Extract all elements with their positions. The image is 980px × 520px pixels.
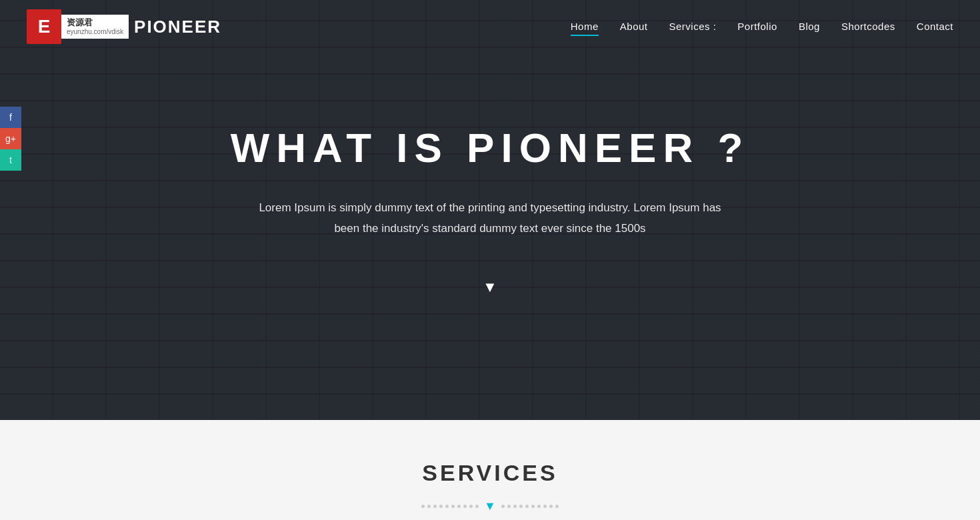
dot-14 bbox=[519, 505, 523, 508]
nav-link-about[interactable]: About bbox=[620, 21, 648, 32]
nav-links: Home About Services : Portfolio Blog Sho… bbox=[571, 21, 953, 33]
dot-13 bbox=[513, 505, 517, 508]
dot-7 bbox=[457, 505, 461, 508]
dot-18 bbox=[543, 505, 547, 508]
nav-item-contact[interactable]: Contact bbox=[917, 21, 953, 33]
dot-12 bbox=[507, 505, 511, 508]
nav-item-blog[interactable]: Blog bbox=[799, 21, 820, 33]
dot-4 bbox=[439, 505, 443, 508]
logo-chinese: 资源君 bbox=[67, 17, 123, 28]
dot-8 bbox=[463, 505, 467, 508]
dot-19 bbox=[549, 505, 553, 508]
hero-content: WHAT IS PIONEER ? Lorem Ipsum is simply … bbox=[204, 124, 777, 296]
services-divider: ▼ bbox=[27, 499, 953, 513]
nav-link-home[interactable]: Home bbox=[571, 21, 599, 36]
dot-10 bbox=[475, 505, 479, 508]
facebook-button[interactable]: f bbox=[0, 107, 21, 128]
dot-20 bbox=[555, 505, 559, 508]
divider-dots-left bbox=[421, 505, 479, 508]
hero-subtitle: Lorem Ipsum is simply dummy text of the … bbox=[257, 198, 723, 239]
nav-item-portfolio[interactable]: Portfolio bbox=[737, 21, 777, 33]
navbar: E 资源君 eyunzhu.com/vdisk PIONEER Home Abo… bbox=[0, 0, 980, 53]
google-plus-button[interactable]: g+ bbox=[0, 128, 21, 149]
social-sidebar: f g+ t bbox=[0, 107, 21, 171]
services-section: SERVICES ▼ bbox=[0, 420, 980, 520]
divider-dots-right bbox=[501, 505, 559, 508]
twitter-button[interactable]: t bbox=[0, 149, 21, 171]
nav-item-about[interactable]: About bbox=[620, 21, 648, 33]
dot-2 bbox=[427, 505, 431, 508]
dot-1 bbox=[421, 505, 425, 508]
hero-title: WHAT IS PIONEER ? bbox=[231, 124, 750, 171]
dot-6 bbox=[451, 505, 455, 508]
dot-5 bbox=[445, 505, 449, 508]
nav-link-portfolio[interactable]: Portfolio bbox=[737, 21, 777, 32]
nav-item-shortcodes[interactable]: Shortcodes bbox=[841, 21, 895, 33]
nav-item-services[interactable]: Services : bbox=[669, 21, 716, 33]
hero-section: WHAT IS PIONEER ? Lorem Ipsum is simply … bbox=[0, 0, 980, 420]
nav-link-contact[interactable]: Contact bbox=[917, 21, 953, 32]
logo-name: PIONEER bbox=[134, 17, 221, 37]
logo-badge: E bbox=[27, 9, 61, 44]
nav-link-services[interactable]: Services : bbox=[669, 21, 716, 32]
services-title: SERVICES bbox=[27, 460, 953, 486]
hero-scroll-arrow[interactable]: ▼ bbox=[483, 279, 497, 296]
logo-url: eyunzhu.com/vdisk bbox=[67, 28, 123, 36]
nav-link-shortcodes[interactable]: Shortcodes bbox=[841, 21, 895, 32]
dot-11 bbox=[501, 505, 505, 508]
dot-15 bbox=[525, 505, 529, 508]
dot-3 bbox=[433, 505, 437, 508]
dot-17 bbox=[537, 505, 541, 508]
dot-9 bbox=[469, 505, 473, 508]
services-divider-arrow: ▼ bbox=[484, 499, 496, 513]
dot-16 bbox=[531, 505, 535, 508]
nav-link-blog[interactable]: Blog bbox=[799, 21, 820, 32]
nav-item-home[interactable]: Home bbox=[571, 21, 599, 33]
logo-text-block: 资源君 eyunzhu.com/vdisk bbox=[61, 15, 129, 39]
logo-area[interactable]: E 资源君 eyunzhu.com/vdisk PIONEER bbox=[27, 9, 221, 44]
